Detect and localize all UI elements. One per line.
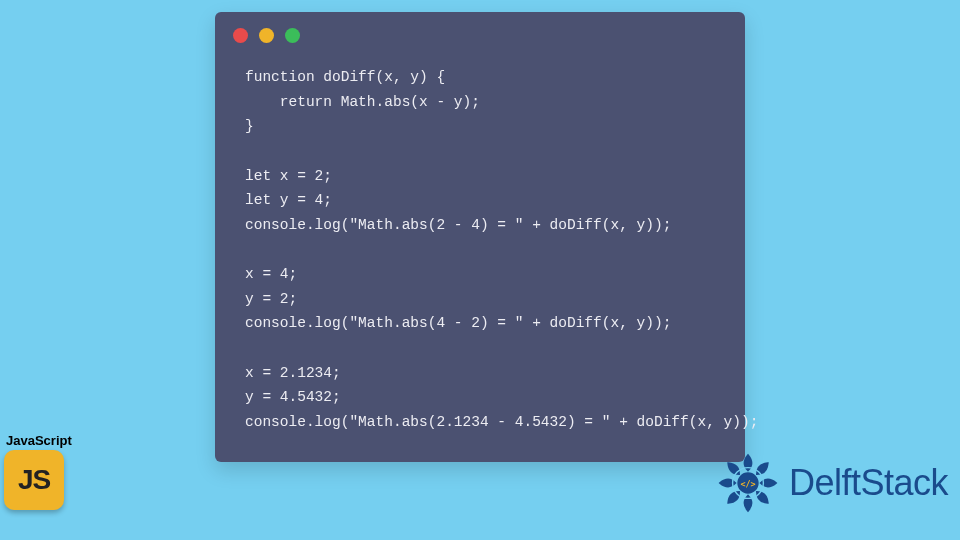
close-dot-icon bbox=[233, 28, 248, 43]
javascript-icon: JS bbox=[4, 450, 64, 510]
maximize-dot-icon bbox=[285, 28, 300, 43]
javascript-label: JavaScript bbox=[6, 433, 74, 448]
javascript-badge: JavaScript JS bbox=[4, 433, 74, 510]
mandala-icon: </> bbox=[713, 448, 783, 518]
code-content: function doDiff(x, y) { return Math.abs(… bbox=[215, 53, 745, 455]
minimize-dot-icon bbox=[259, 28, 274, 43]
brand-logo: </> DelftStack bbox=[713, 448, 948, 518]
javascript-icon-text: JS bbox=[18, 464, 50, 496]
brand-name: DelftStack bbox=[789, 462, 948, 504]
code-editor-window: function doDiff(x, y) { return Math.abs(… bbox=[215, 12, 745, 462]
svg-text:</>: </> bbox=[740, 479, 755, 489]
window-titlebar bbox=[215, 12, 745, 53]
